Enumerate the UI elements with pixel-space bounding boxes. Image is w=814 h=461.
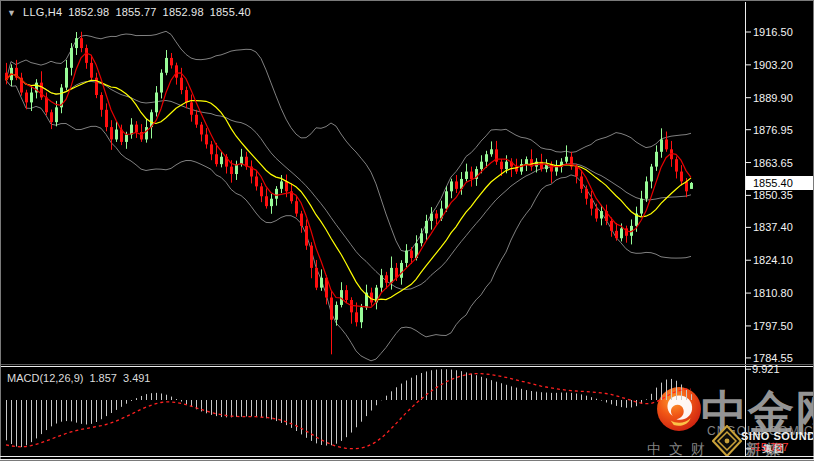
price-axis-tick-label: 1797.50 — [753, 320, 793, 332]
price-axis-tick-label: 1810.80 — [753, 287, 793, 299]
macd-signal-value: 3.491 — [123, 372, 151, 384]
price-axis-tick-label: 1876.95 — [753, 124, 793, 136]
moving-averages-layer — [6, 53, 691, 307]
high-value: 1855.77 — [115, 6, 156, 18]
macd-indicator-info: MACD(12,26,9)1.8573.491 — [7, 372, 156, 384]
low-value: 1852.98 — [163, 6, 204, 18]
macd-axis-max-label: 9.921 — [752, 363, 780, 375]
bollinger-bands-layer — [6, 31, 691, 361]
price-axis-tick-label: 1889.90 — [753, 92, 793, 104]
price-chart-canvas[interactable] — [0, 0, 814, 461]
price-axis-tick-label: 1863.65 — [753, 157, 793, 169]
price-axis-tick-label: 1850.35 — [753, 189, 793, 201]
macd-main-value: 1.857 — [89, 372, 117, 384]
symbol-period-label: LLG,H4 — [23, 6, 62, 18]
collapse-indicator-icon[interactable]: ▼ — [7, 8, 16, 18]
chart-window: ▼LLG,H41852.981855.771852.981855.40 MACD… — [0, 0, 814, 461]
price-axis-tick-label: 1916.50 — [753, 26, 793, 38]
price-axis-tick-label: 1824.10 — [753, 254, 793, 266]
current-price-tag: 1855.40 — [746, 176, 813, 190]
price-axis-tick-label: 1903.20 — [753, 59, 793, 71]
candles-layer — [5, 32, 693, 355]
close-value: 1855.40 — [210, 6, 251, 18]
macd-axis-min-label: -15.737 — [751, 441, 788, 453]
open-value: 1852.98 — [68, 6, 109, 18]
symbol-info: ▼LLG,H41852.981855.771852.981855.40 — [7, 6, 257, 18]
price-axis-tick-label: 1837.40 — [753, 221, 793, 233]
macd-label: MACD(12,26,9) — [7, 372, 83, 384]
